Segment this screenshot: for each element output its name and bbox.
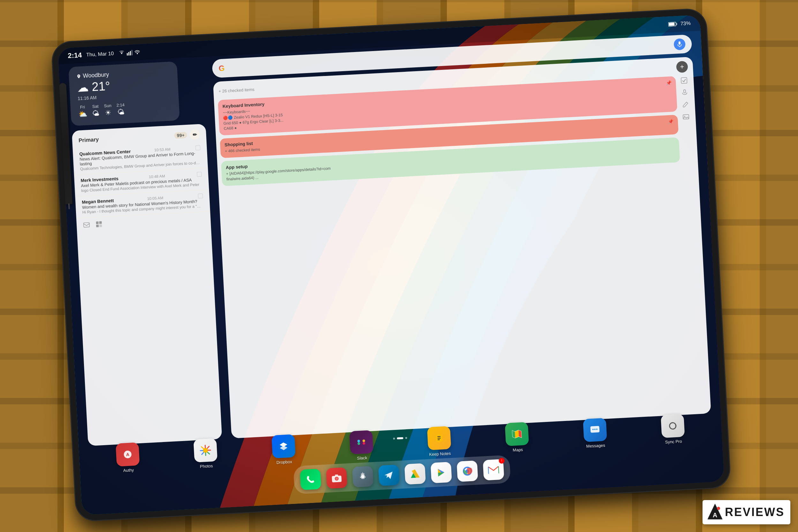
notes-sidebar-check-icon[interactable] <box>680 77 687 84</box>
gmail-time-2: 10:48 AM <box>149 174 165 179</box>
svg-rect-19 <box>99 224 102 227</box>
photos-icon[interactable] <box>193 438 218 462</box>
app-dropbox[interactable]: Dropbox <box>271 434 296 465</box>
reviews-badge: A REVIEWS <box>703 500 790 524</box>
slack-icon[interactable] <box>349 430 374 454</box>
svg-rect-20 <box>679 41 681 45</box>
svg-rect-17 <box>99 221 102 224</box>
svg-rect-10 <box>677 23 677 25</box>
svg-rect-15 <box>83 223 90 227</box>
notes-sidebar-pencil-icon[interactable] <box>682 101 689 108</box>
app-sync-pro[interactable]: Sync Pro <box>661 414 685 445</box>
svg-rect-3 <box>127 53 128 56</box>
svg-rect-30 <box>358 442 360 445</box>
notes-checked-count: + 26 checked items <box>218 87 254 94</box>
status-icons <box>119 49 140 56</box>
notes-sidebar-mic-icon[interactable] <box>681 89 688 96</box>
weather-forecast: Fri ⛅ Sat 🌤 Sun ☀ 2:14 🌤 <box>78 100 172 119</box>
keep-notes-icon[interactable] <box>427 426 451 450</box>
google-logo: G <box>218 63 225 73</box>
svg-rect-24 <box>683 115 689 119</box>
dock-settings[interactable] <box>352 466 374 487</box>
svg-rect-16 <box>96 222 99 224</box>
svg-point-65 <box>717 507 720 510</box>
gmail-nav-icon-1 <box>83 221 90 228</box>
authy-label: Authy <box>123 468 134 473</box>
svg-rect-12 <box>196 146 201 150</box>
forecast-fri: Fri ⛅ <box>78 104 87 119</box>
dock-telegram[interactable] <box>378 465 400 486</box>
gmail-widget[interactable]: Primary 99+ ✏ Qualcomm News Center 10:53… <box>72 124 222 446</box>
dock-chrome[interactable] <box>457 460 478 482</box>
svg-rect-4 <box>128 52 130 56</box>
keep-notes-widget[interactable]: + 26 checked items + Keyboard Inventory … <box>213 57 711 438</box>
play-store-icon[interactable] <box>431 462 452 483</box>
dock-camera[interactable] <box>326 467 347 489</box>
dock-drive[interactable] <box>404 463 426 484</box>
weather-icon: ☁ <box>77 80 89 94</box>
phone-icon[interactable] <box>300 469 321 490</box>
tablet-screen: 2:14 Thu, Mar 10 73% Woodbury <box>58 15 724 515</box>
app-messages[interactable]: Messages <box>583 418 607 449</box>
dock-phone[interactable] <box>300 469 321 490</box>
page-dot-3 <box>405 437 407 439</box>
sync-pro-label: Sync Pro <box>665 439 682 444</box>
gmail-nav-icon-2 <box>95 220 102 228</box>
sync-pro-icon[interactable] <box>661 414 685 438</box>
svg-rect-29 <box>357 440 360 442</box>
svg-rect-13 <box>197 172 202 177</box>
app-keep-notes[interactable]: Keep Notes <box>427 426 452 457</box>
svg-rect-22 <box>681 78 687 83</box>
camera-icon[interactable] <box>326 467 347 489</box>
settings-icon[interactable] <box>352 466 374 487</box>
notes-add-button[interactable]: + <box>676 61 688 73</box>
note-title-appsetup: App setup <box>226 164 248 170</box>
battery-percentage: 73% <box>680 20 691 27</box>
notes-content-area: Keyboard Inventory 📌 ~~Keyboards~~🔴🔵 Zea… <box>214 72 711 438</box>
app-photos[interactable]: Photos <box>193 438 218 469</box>
svg-rect-32 <box>363 442 365 444</box>
svg-rect-35 <box>438 439 440 440</box>
gmail-icon[interactable]: ! <box>482 459 504 480</box>
status-date: Thu, Mar 10 <box>86 51 114 58</box>
svg-rect-9 <box>669 23 674 26</box>
app-maps[interactable]: Maps <box>505 422 530 453</box>
note-title-keyboard: Keyboard Inventory <box>223 101 265 109</box>
forecast-sat: Sat 🌤 <box>92 104 99 118</box>
svg-rect-23 <box>684 90 686 93</box>
dock-gmail[interactable]: ! <box>482 459 504 480</box>
dropbox-icon[interactable] <box>271 434 296 459</box>
app-slack[interactable]: Slack <box>349 430 374 461</box>
drive-icon[interactable] <box>404 463 426 484</box>
svg-text:A: A <box>713 512 717 518</box>
page-dot-2-active <box>397 437 403 439</box>
status-right: 73% <box>668 20 691 27</box>
authy-icon[interactable]: A <box>116 442 140 467</box>
svg-rect-18 <box>96 225 99 227</box>
tablet-frame: 2:14 Thu, Mar 10 73% Woodbury <box>52 8 730 521</box>
svg-point-7 <box>137 53 138 54</box>
messages-label: Messages <box>586 443 605 449</box>
messages-icon[interactable] <box>583 418 607 442</box>
search-mic-button[interactable] <box>673 38 686 51</box>
svg-rect-48 <box>335 475 338 477</box>
page-dot-1 <box>393 438 395 439</box>
maps-icon[interactable] <box>505 422 529 446</box>
svg-text:A: A <box>126 452 130 457</box>
status-time: 2:14 <box>68 51 82 60</box>
telegram-icon[interactable] <box>378 465 400 486</box>
gmail-time-1: 10:53 AM <box>154 147 170 153</box>
dock-play-store[interactable] <box>431 462 452 483</box>
dropbox-label: Dropbox <box>277 459 292 465</box>
gmail-compose-button[interactable]: ✏ <box>189 129 200 140</box>
app-authy[interactable]: A Authy <box>116 442 140 473</box>
gmail-badge: ! <box>499 458 505 464</box>
tablet-device: 2:14 Thu, Mar 10 73% Woodbury <box>52 8 730 521</box>
svg-rect-14 <box>198 194 203 198</box>
note-title-shopping: Shopping list <box>224 141 253 148</box>
gmail-count: 99+ <box>174 132 187 139</box>
chrome-icon[interactable] <box>457 460 478 482</box>
stylus-tip <box>68 204 70 209</box>
forecast-mon: 2:14 🌤 <box>116 102 125 117</box>
notes-sidebar-image-icon[interactable] <box>682 113 689 120</box>
